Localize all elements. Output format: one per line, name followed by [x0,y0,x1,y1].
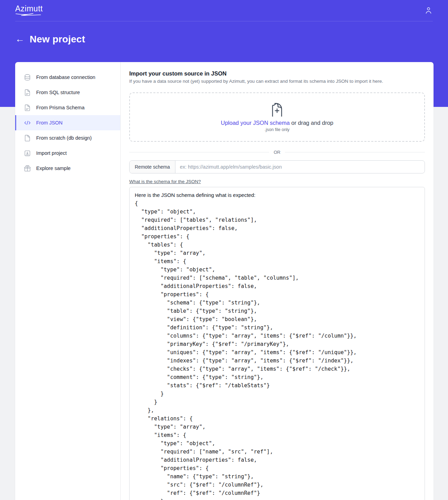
brand-name: Azimutt [15,4,45,13]
document-text-icon [24,104,31,111]
sidebar-item-label: From database connection [36,74,95,80]
user-icon[interactable] [424,6,433,15]
sidebar-item-from-sql-structure[interactable]: From SQL structure [15,85,120,100]
document-text-icon [24,89,31,96]
sidebar-item-from-database-connection[interactable]: From database connection [15,70,120,85]
sidebar-item-label: From Prisma Schema [36,105,84,110]
remote-schema-group: Remote schema [129,160,425,173]
upload-dropzone[interactable]: Upload your JSON schema or drag and drop… [129,92,425,142]
sidebar-item-label: From scratch (db design) [36,135,92,141]
back-arrow-icon[interactable]: ← [15,34,24,44]
sidebar-item-explore-sample[interactable]: Explore sample [15,161,120,176]
import-icon [24,150,31,157]
document-plus-icon [270,102,284,117]
json-schema-codeblock: Here is the JSON schema defining what is… [129,187,425,500]
page-title-row: ← New project [0,21,448,45]
panel-subtitle: If you have a data source not (yet) supp… [129,79,425,84]
top-navbar: Azimutt [15,0,433,21]
code-icon [24,119,31,127]
document-icon [24,134,31,142]
upload-json-link[interactable]: Upload your JSON schema [221,120,290,126]
sidebar-item-label: From SQL structure [36,90,80,95]
database-icon [24,74,31,81]
sidebar-item-from-scratch[interactable]: From scratch (db design) [15,130,120,146]
upload-hint: .json file only [265,127,289,132]
sidebar-item-label: From JSON [36,120,63,126]
json-schema-code: { "type": "object", "required": ["tables… [135,199,419,500]
upload-instructions: Upload your JSON schema or drag and drop [221,120,334,126]
sidebar-item-from-json[interactable]: From JSON [15,115,120,130]
panel-title: Import your custom source in JSON [129,70,425,77]
or-divider: OR [129,150,425,155]
remote-schema-input[interactable] [175,161,425,173]
schema-help-link[interactable]: What is the schema for the JSON? [129,179,201,184]
new-project-card: From database connection From SQL struct… [15,62,434,500]
code-intro-text: Here is the JSON schema defining what is… [135,191,419,199]
gift-icon [24,165,31,172]
logo-underline-swoosh [15,13,42,17]
sidebar-item-from-prisma-schema[interactable]: From Prisma Schema [15,100,120,115]
main-panel: Import your custom source in JSON If you… [121,62,434,500]
sidebar: From database connection From SQL struct… [15,62,121,500]
azimutt-logo[interactable]: Azimutt [15,4,45,17]
remote-schema-addon-label: Remote schema [130,161,175,173]
page-title: New project [30,34,85,45]
sidebar-item-import-project[interactable]: Import project [15,146,120,161]
sidebar-item-label: Explore sample [36,166,71,171]
json-schema-code-lines: { "type": "object", "required": ["tables… [135,200,357,500]
drag-drop-text: or drag and drop [290,120,334,126]
sidebar-item-label: Import project [36,150,67,156]
or-label: OR [269,150,285,155]
